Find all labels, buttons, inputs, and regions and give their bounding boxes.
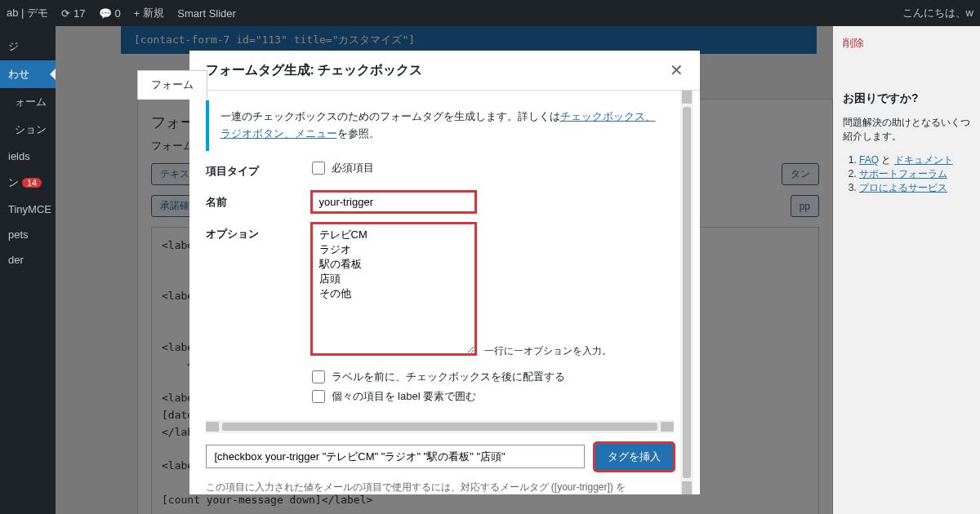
help-link-item: FAQ と ドキュメント [859,153,970,167]
site-name[interactable]: ab | デモ [7,6,48,20]
sidebar-item[interactable]: ジ [0,33,56,60]
required-checkbox[interactable] [312,162,325,175]
faq-link[interactable]: FAQ [859,154,879,166]
options-textarea[interactable]: テレビCM ラジオ 駅の看板 店頭 その他 [312,224,475,354]
sidebar-item-plugins[interactable]: ン14 [0,169,56,197]
new-content[interactable]: + 新規 [134,6,165,20]
insert-tag-button[interactable]: タグを挿入 [595,443,674,471]
modal-footer-text: この項目に入力された値をメールの項目で使用するには、対応するメールタグ ([yo… [206,481,674,494]
options-label: オプション [206,224,312,241]
required-label: 必須項目 [332,161,374,175]
support-link[interactable]: サポートフォーラム [859,168,947,179]
main-content: [contact-form-7 id="113" title="カスタマイズ"]… [56,26,833,514]
help-heading: お困りですか? [843,91,970,106]
smart-slider[interactable]: Smart Slider [177,7,236,20]
sidebar-item-fields[interactable]: ields [0,144,56,169]
sidebar-item-slider[interactable]: der [0,247,56,273]
sidebar-item-form[interactable]: ォーム [0,88,56,116]
wrap-label-checkbox[interactable] [312,390,325,403]
v-scrollbar[interactable] [680,91,693,494]
docs-link[interactable]: ドキュメント [894,154,953,166]
name-input[interactable] [312,192,475,212]
admin-sidebar: ジ わせ ォーム ション ields ン14 TinyMCE pets der [0,26,56,514]
sidebar-item-integration[interactable]: ション [0,116,56,144]
modal-title: フォームタグ生成: チェックボックス [206,62,423,79]
sidebar-item-snippets[interactable]: pets [0,222,56,247]
help-description: 問題解決の助けとなるいくつ紹介します。 [843,116,970,144]
wrap-label-text: 個々の項目を label 要素で囲む [332,389,477,404]
comments-count[interactable]: 💬 0 [99,7,121,20]
sidebar-item-tinymce[interactable]: TinyMCE [0,197,56,222]
h-scrollbar[interactable] [206,420,674,433]
name-label: 名前 [206,192,312,210]
close-icon[interactable]: ✕ [670,60,684,80]
tab-form[interactable]: フォーム [137,70,207,100]
label-first-checkbox[interactable] [312,370,325,383]
generated-tag-input[interactable] [206,445,585,468]
updates-count[interactable]: ⟳ 17 [61,7,85,20]
options-hint: 一行に一オプションを入力。 [484,345,612,357]
help-link-item: サポートフォーラム [859,167,970,181]
field-type-label: 項目タイプ [206,161,312,179]
modal-description: 一連のチェックボックスのためのフォームタグを生成します。詳しくはチェックボックス… [206,100,674,151]
greeting: こんにちは、w [902,6,973,20]
update-badge: 14 [22,178,42,188]
sidebar-item-contact[interactable]: わせ [0,60,56,88]
help-link-item: プロによるサービス [859,181,970,195]
admin-bar: ab | デモ ⟳ 17 💬 0 + 新規 Smart Slider こんにちは… [0,0,980,26]
delete-link[interactable]: 削除 [843,37,864,49]
tag-generator-modal: フォームタグ生成: チェックボックス ✕ 一連のチェックボックスのためのフォーム… [189,51,700,494]
pro-link[interactable]: プロによるサービス [859,182,947,193]
right-column: 削除 お困りですか? 問題解決の助けとなるいくつ紹介します。 FAQ と ドキュ… [833,26,980,514]
label-first-text: ラベルを前に、チェックボックスを後に配置する [332,370,565,384]
